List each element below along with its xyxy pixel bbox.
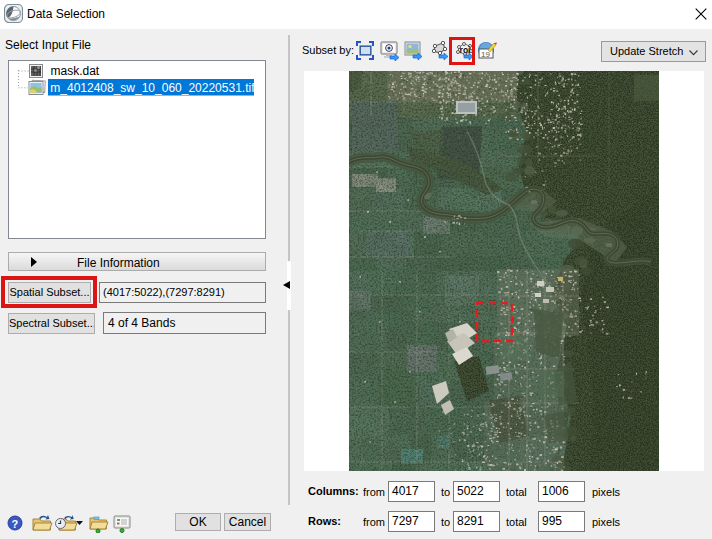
svg-text:?: ? <box>12 518 19 530</box>
svg-text:m_4012408_sw_10_060_20220531.t: m_4012408_sw_10_060_20220531.tif <box>50 81 255 95</box>
svg-text:mask.dat: mask.dat <box>51 64 100 78</box>
